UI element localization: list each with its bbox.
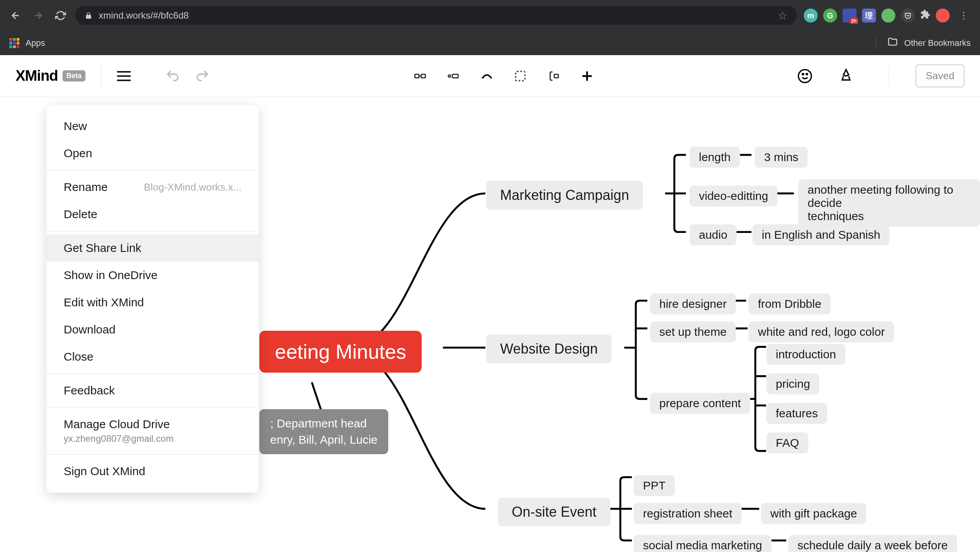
- extension-m-icon[interactable]: m: [804, 9, 818, 23]
- emoji-button[interactable]: [794, 65, 816, 87]
- app-toolbar: XMind Beta: [0, 55, 980, 97]
- extensions-puzzle-icon[interactable]: [920, 9, 930, 22]
- folder-icon: [887, 36, 898, 50]
- topic-before-button[interactable]: [443, 65, 464, 87]
- root-node[interactable]: eeting Minutes: [259, 331, 422, 373]
- wd-hire-value-node[interactable]: from Dribble: [749, 293, 831, 314]
- website-design-node[interactable]: Website Design: [486, 335, 612, 363]
- marketing-campaign-node[interactable]: Marketing Campaign: [486, 181, 643, 210]
- extension-cjk-icon[interactable]: 理: [862, 9, 876, 23]
- toolbar-separator-right: [888, 67, 888, 85]
- wd-pricing-node[interactable]: pricing: [766, 373, 819, 394]
- menu-separator: [47, 454, 259, 455]
- mc-audio-value-node[interactable]: in English and Spanish: [752, 224, 890, 245]
- back-button[interactable]: [8, 8, 23, 23]
- manage-cloud-email: yx.zheng0807@gmail.com: [64, 433, 174, 444]
- insert-button[interactable]: [576, 65, 598, 87]
- os-ppt-node[interactable]: PPT: [634, 475, 675, 496]
- extension-grammarly-icon[interactable]: G: [823, 9, 837, 23]
- os-social-node[interactable]: social media marketing: [634, 535, 771, 552]
- svg-rect-3: [452, 74, 458, 78]
- extension-red-icon[interactable]: [936, 9, 950, 23]
- mc-video-node[interactable]: video-editting: [690, 186, 777, 207]
- other-bookmarks-label[interactable]: Other Bookmarks: [904, 38, 971, 48]
- forward-button[interactable]: [30, 8, 46, 23]
- subtopic-button[interactable]: [409, 65, 431, 87]
- bookmarks-bar: Apps Other Bookmarks: [0, 31, 980, 55]
- mc-video-value-node[interactable]: another meeting following to decide tech…: [798, 179, 980, 227]
- toolbar-separator: [101, 67, 101, 85]
- menu-separator: [47, 373, 259, 374]
- summary-button[interactable]: [543, 65, 565, 87]
- wd-faq-node[interactable]: FAQ: [766, 432, 808, 453]
- menu-item-new[interactable]: New: [47, 113, 259, 140]
- bookmark-separator: [876, 36, 876, 50]
- attendees-line1: ; Department head: [270, 417, 367, 430]
- wd-features-node[interactable]: features: [766, 403, 827, 424]
- relationship-button[interactable]: [476, 65, 498, 87]
- menu-item-delete[interactable]: Delete: [47, 201, 259, 228]
- wd-theme-node[interactable]: set up theme: [650, 321, 736, 342]
- mc-length-value-node[interactable]: 3 mins: [755, 147, 808, 168]
- mc-audio-node[interactable]: audio: [690, 224, 737, 245]
- svg-point-6: [799, 69, 811, 82]
- menu-rename-filename: Blog-XMind.works.x...: [144, 181, 242, 193]
- menu-item-get-share-link[interactable]: Get Share Link: [47, 234, 259, 262]
- attendees-node[interactable]: ; Department head enry, Bill, April, Luc…: [259, 409, 388, 454]
- os-social-value-node[interactable]: schedule daily a week before: [788, 535, 957, 552]
- svg-point-2: [448, 75, 451, 77]
- boundary-button[interactable]: [509, 65, 531, 87]
- browser-menu-icon[interactable]: ⋮: [955, 10, 972, 21]
- address-bar[interactable]: xmind.works/#/bfc6d8 ☆: [75, 6, 797, 25]
- browser-toolbar: xmind.works/#/bfc6d8 ☆ m G 理 ⋮: [0, 0, 980, 31]
- svg-rect-1: [421, 74, 426, 78]
- menu-item-edit-with-xmind[interactable]: Edit with XMind: [47, 289, 259, 316]
- onsite-event-node[interactable]: On-site Event: [498, 498, 610, 526]
- extension-pocket-icon[interactable]: [901, 9, 915, 23]
- os-reg-node[interactable]: registration sheet: [634, 503, 742, 524]
- extension-green-icon[interactable]: [881, 9, 895, 23]
- menu-separator: [47, 231, 259, 231]
- svg-rect-0: [415, 74, 419, 78]
- extension-blue-icon[interactable]: [843, 9, 857, 23]
- menu-separator: [47, 407, 259, 408]
- beta-badge: Beta: [63, 70, 85, 82]
- os-reg-value-node[interactable]: with gift package: [761, 503, 866, 524]
- menu-item-rename[interactable]: Rename Blog-XMind.works.x...: [47, 174, 259, 201]
- svg-rect-5: [554, 74, 559, 78]
- menu-separator: [47, 170, 259, 170]
- mc-length-node[interactable]: length: [690, 147, 740, 168]
- menu-item-feedback[interactable]: Feedback: [47, 377, 259, 404]
- hamburger-menu-icon[interactable]: [117, 71, 131, 81]
- menu-item-close[interactable]: Close: [47, 343, 259, 370]
- logo-text: XMind: [16, 68, 58, 84]
- wd-intro-node[interactable]: introduction: [766, 344, 845, 365]
- mindmap-canvas[interactable]: eeting Minutes ; Department head enry, B…: [0, 97, 980, 552]
- apps-label[interactable]: Apps: [26, 38, 45, 48]
- menu-item-show-in-onedrive[interactable]: Show in OneDrive: [47, 262, 259, 289]
- url-text: xmind.works/#/bfc6d8: [99, 10, 189, 21]
- menu-item-manage-cloud[interactable]: Manage Cloud Drive yx.zheng0807@gmail.co…: [47, 411, 259, 451]
- reload-button[interactable]: [53, 8, 68, 23]
- attendees-line2: enry, Bill, April, Lucie: [270, 433, 377, 446]
- menu-item-open[interactable]: Open: [47, 140, 259, 167]
- saved-button[interactable]: Saved: [916, 64, 964, 87]
- wd-content-node[interactable]: prepare content: [650, 393, 750, 414]
- bookmark-star-icon[interactable]: ☆: [778, 9, 787, 22]
- wd-theme-value-node[interactable]: white and red, logo color: [749, 321, 894, 342]
- menu-item-sign-out[interactable]: Sign Out XMind: [47, 458, 259, 485]
- svg-point-8: [806, 73, 808, 75]
- extension-icons: m G 理 ⋮: [804, 9, 972, 23]
- redo-button[interactable]: [191, 65, 213, 87]
- logo-area[interactable]: XMind Beta: [16, 68, 85, 84]
- apps-grid-icon[interactable]: [9, 38, 19, 48]
- menu-item-download[interactable]: Download: [47, 316, 259, 343]
- svg-point-7: [803, 73, 804, 75]
- undo-button[interactable]: [162, 65, 184, 87]
- style-button[interactable]: [835, 65, 857, 87]
- lock-icon: [85, 12, 92, 19]
- file-menu-dropdown: New Open Rename Blog-XMind.works.x... De…: [47, 105, 259, 493]
- wd-hire-node[interactable]: hire designer: [650, 293, 736, 314]
- svg-rect-4: [516, 71, 525, 81]
